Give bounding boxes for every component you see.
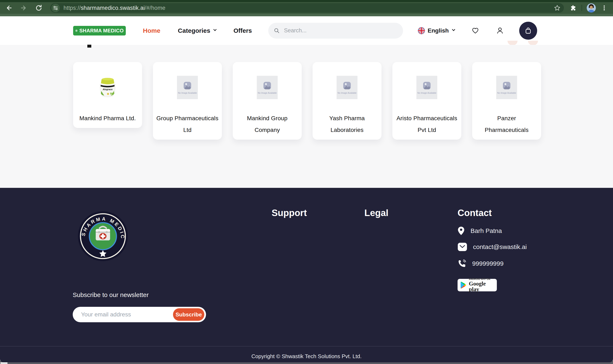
no-image-label: No Image Available [497,92,516,94]
footer-divider [0,346,613,347]
language-selector[interactable]: English [418,27,454,34]
brand-card-title: Group Pharmaceuticals Ltd [156,113,218,136]
no-image-label: No Image Available [338,92,356,94]
alograce-jar-image: Alograce [97,76,118,99]
badge-line2: Google play [469,281,494,292]
no-image-placeholder: No Image Available [257,76,278,99]
image-placeholder-icon [342,81,352,90]
no-image-label: No Image Available [178,92,197,94]
browser-menu-icon[interactable] [600,4,608,12]
browser-toolbar: https://sharmamedico.swastik.ai/#/home [0,2,613,14]
brand-card[interactable]: No Image Available Mankind Group Company [233,62,302,140]
brand-card[interactable]: No Image Available Panzer Pharmaceutical… [472,62,541,140]
footer: SHARMA MEDICO Support Legal Contact Barh… [0,188,613,362]
cart-button[interactable] [519,22,537,40]
window-top-strip [0,0,613,2]
forward-icon[interactable] [20,4,27,12]
brand-card-title: Panzer Pharmaceuticals [476,113,538,136]
footer-heading-contact: Contact [458,208,492,218]
newsletter-email-input[interactable] [81,307,170,322]
url-text[interactable]: https://sharmamedico.swastik.ai/#/home [64,5,553,11]
contact-phone-row[interactable]: 999999999 [458,259,504,268]
bookmark-star-icon[interactable] [553,4,561,12]
brand-cards-row: Alograce Mankind Pharma Ltd. No Image Av… [73,62,541,140]
site-header: SHARMA MEDICO Home Categories Offers [0,16,613,45]
brand-card-title: Yash Pharma Laboratories [316,113,378,136]
uk-flag-icon [418,27,425,34]
svg-text:Alograce: Alograce [102,88,112,91]
no-image-placeholder: No Image Available [496,76,517,99]
google-play-badge[interactable]: ANDROID APP ON Google play [458,279,497,291]
contact-address: Barh Patna [471,227,502,234]
main-nav: Home Categories Offers [143,27,252,34]
mail-icon [458,243,467,251]
brand-logo[interactable]: SHARMA MEDICO [73,26,126,36]
screen: https://sharmamedico.swastik.ai/#/home S… [0,0,613,364]
google-play-icon [460,281,467,289]
copyright-text: Copyright © Shwastik Tech Solutions Pvt.… [0,353,613,360]
image-placeholder-icon [263,81,272,90]
brand-card-title: Mankind Pharma Ltd. [76,113,139,124]
toolbar-bottom-edge [0,14,613,16]
language-label: English [428,27,449,34]
browser-chrome: https://sharmamedico.swastik.ai/#/home [0,0,613,16]
url-bar[interactable]: https://sharmamedico.swastik.ai/#/home [50,3,564,13]
footer-heading-support: Support [272,208,307,218]
brand-name: SHARMA MEDICO [79,28,124,34]
contact-address-row: Barh Patna [458,226,502,235]
reload-icon[interactable] [35,4,43,12]
image-placeholder-icon [183,81,192,90]
no-image-label: No Image Available [417,92,436,94]
brand-card[interactable]: No Image Available Group Pharmaceuticals… [153,62,222,140]
footer-badge-logo: SHARMA MEDICO [78,211,128,261]
contact-email-row[interactable]: contact@swastik.ai [458,243,527,251]
horizontal-scrollbar-thumb[interactable] [0,362,8,364]
account-user-icon[interactable] [496,27,504,34]
no-image-placeholder: No Image Available [416,76,437,99]
clipped-section-heading [87,45,91,48]
main-content: Alograce Mankind Pharma Ltd. No Image Av… [0,45,613,188]
footer-heading-legal: Legal [364,208,388,218]
contact-email[interactable]: contact@swastik.ai [473,243,527,250]
location-pin-icon [458,226,465,235]
search-bar[interactable] [268,23,403,39]
chevron-down-icon [214,28,217,31]
medical-cross-icon [75,27,78,34]
search-input[interactable] [284,27,398,34]
brand-card[interactable]: Alograce Mankind Pharma Ltd. [73,62,142,128]
brand-card[interactable]: No Image Available Yash Pharma Laborator… [313,62,381,140]
no-image-label: No Image Available [258,92,277,94]
brand-card-title: Aristo Pharmaceuticals Pvt Ltd [396,113,458,136]
wishlist-heart-icon[interactable] [472,27,479,34]
brand-card-title: Mankind Group Company [236,113,298,136]
image-placeholder-icon [502,81,511,90]
profile-avatar[interactable] [587,3,596,13]
shopping-bag-icon [524,27,532,35]
nav-categories[interactable]: Categories [178,27,216,34]
no-image-placeholder: No Image Available [337,76,357,99]
nav-offers[interactable]: Offers [233,27,252,34]
site-info-icon[interactable] [51,4,60,12]
product-image: Alograce [97,76,118,99]
badge-line1: ANDROID APP ON [469,278,494,280]
nav-home[interactable]: Home [143,27,160,34]
newsletter-form: Subscribe [73,307,206,322]
search-icon [274,27,280,34]
chevron-down-icon [452,28,455,31]
phone-icon [458,259,466,268]
back-icon[interactable] [5,4,13,12]
image-placeholder-icon [422,81,431,90]
contact-phone[interactable]: 999999999 [472,260,504,267]
brand-card[interactable]: No Image Available Aristo Pharmaceutical… [392,62,461,140]
no-image-placeholder: No Image Available [177,76,198,99]
subscribe-button[interactable]: Subscribe [173,308,204,321]
extensions-icon[interactable] [569,4,577,12]
toolbar-divider [581,5,582,11]
newsletter-label: Subscribe to our newsletter [73,291,149,299]
